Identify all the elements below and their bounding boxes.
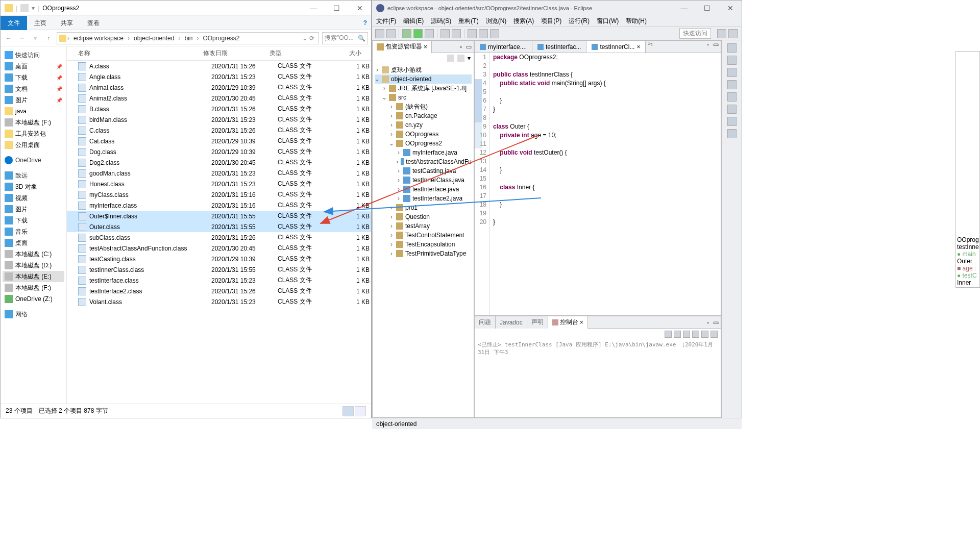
tab-testinterface[interactable]: testInterfac... [532,41,586,53]
tree-src[interactable]: ⌄src [375,93,472,102]
outline-ti[interactable]: testInne [957,243,978,251]
sidebar-edisk[interactable]: 本地磁盘 (E:) [3,271,64,282]
tab-javadoc[interactable]: Javadoc [496,316,527,329]
tb-runlast[interactable] [425,29,434,38]
sidebar-downloads[interactable]: 下载📌 [3,72,64,83]
file-row[interactable]: Volant.class2020/1/31 15:23CLASS 文件1 KB [67,296,371,307]
back-button[interactable]: ← [4,35,14,42]
close-icon[interactable]: × [636,43,640,51]
console-output[interactable]: <已终止> testInnerClass [Java 应用程序] E:\java… [475,340,721,357]
rb-icon[interactable] [727,129,737,138]
tree-tenc[interactable]: ›TestEncapsulation [375,240,472,249]
recent-dropdown[interactable]: ▾ [30,35,40,42]
chevron-icon[interactable]: › [177,35,181,42]
chevron-icon[interactable]: › [66,35,70,42]
file-row[interactable]: testInnerClass.class2020/1/31 15:55CLASS… [67,264,371,275]
outline-main[interactable]: ● main [957,251,978,258]
tb-save[interactable] [386,29,396,38]
rb-icon[interactable] [727,43,737,53]
file-row[interactable]: C.class2020/1/31 15:26CLASS 文件1 KB [67,125,371,136]
tree-tinner[interactable]: ›testInnerClass.java [375,176,472,185]
console-btn[interactable] [710,331,718,338]
tb-newpkg[interactable] [440,29,450,38]
tb-persp-debug[interactable] [728,29,738,38]
tab-decl[interactable]: 声明 [527,316,548,329]
tb-run[interactable] [413,29,423,38]
tree-oop2[interactable]: ⌄OOprogress2 [375,139,472,148]
file-row[interactable]: goodMan.class2020/1/31 15:23CLASS 文件1 KB [67,168,371,179]
file-row[interactable]: Honest.class2020/1/31 15:23CLASS 文件1 KB [67,179,371,189]
search-icon[interactable]: 🔍 [358,35,365,42]
sidebar-java[interactable]: java [3,106,64,117]
menu-search[interactable]: 搜索(A) [513,17,534,26]
maximize-icon[interactable]: ▭ [711,319,721,326]
menu-window[interactable]: 窗口(W) [597,17,619,26]
menu-navigate[interactable]: 浏览(N) [486,17,507,26]
link-icon[interactable] [457,55,464,62]
close-icon[interactable]: × [424,43,427,51]
tree-question[interactable]: ›Question [375,212,472,221]
tree-myif[interactable]: ›myInterface.java [375,148,472,157]
code-editor[interactable]: 1234567891011121314151617181920 package … [475,53,721,315]
forward-button[interactable]: → [17,35,27,42]
pkg-explorer-tab[interactable]: 包资源管理器× [373,41,432,53]
menu-file[interactable]: 文件(F) [376,17,396,26]
file-row[interactable]: Outer$Inner.class2020/1/31 15:55CLASS 文件… [67,211,371,221]
tree-tcast[interactable]: ›testCasting.java [375,166,472,176]
console-btn[interactable] [674,331,681,338]
rb-icon[interactable] [727,80,737,89]
sidebar-desktop2[interactable]: 桌面 [3,237,64,248]
rb-icon[interactable] [727,68,737,77]
sidebar-3d[interactable]: 3D 对象 [3,181,64,192]
file-row[interactable]: birdMan.class2020/1/31 15:23CLASS 文件1 KB [67,114,371,125]
tab-console[interactable]: 控制台× [548,316,588,329]
sidebar-pubdesk[interactable]: 公用桌面 [3,139,64,151]
file-row[interactable]: Outer.class2020/1/31 15:55CLASS 文件1 KB [67,221,371,232]
crumb-2[interactable]: bin [181,35,195,42]
quick-access[interactable]: 快速访问 [3,49,64,61]
rb-icon[interactable] [727,56,737,65]
rb-icon[interactable] [727,117,737,126]
code-text[interactable]: package OOprogress2; public class testIn… [490,53,606,315]
crumb-0[interactable]: eclipse workspace [70,35,127,42]
ribbon-view[interactable]: 查看 [80,16,107,30]
minimize-icon[interactable]: ▫ [705,319,711,326]
sidebar-downloads2[interactable]: 下载 [3,215,64,226]
minimize-icon[interactable]: ▫ [705,41,711,53]
tree-oop[interactable]: ›OOprogress [375,130,472,139]
close-button[interactable]: ✕ [348,1,371,16]
ribbon-file[interactable]: 文件 [1,16,27,30]
outline-to[interactable]: ● testC [957,272,978,279]
up-button[interactable]: ↑ [43,35,54,42]
crumb-3[interactable]: OOprogress2 [200,35,242,42]
sidebar-video[interactable]: 视频 [3,192,64,204]
tree-cnyzy[interactable]: ›cn.yzy [375,120,472,130]
refresh-button[interactable]: ⟳ [307,35,316,42]
quick-access[interactable]: 快速访问 [679,28,711,39]
outline-outer[interactable]: Outer [957,258,978,265]
crumb-1[interactable]: object-oriented [131,35,177,42]
tree-tctrl[interactable]: ›TestControlStatement [375,231,472,240]
help-icon[interactable]: ? [363,19,367,27]
file-row[interactable]: testInterface.class2020/1/31 15:23CLASS … [67,275,371,286]
menu-project[interactable]: 项目(P) [541,17,561,26]
minimize-button[interactable]: — [673,1,696,16]
sidebar-tools[interactable]: 工具安装包 [3,128,64,139]
file-row[interactable]: testCasting.class2020/1/29 10:39CLASS 文件… [67,254,371,264]
tb-search[interactable] [468,29,477,38]
qat-icon[interactable] [20,4,29,12]
file-row[interactable]: B.class2020/1/31 15:26CLASS 文件1 KB [67,104,371,114]
minimize-icon[interactable]: ▫ [458,43,464,51]
file-row[interactable]: myClass.class2020/1/31 15:16CLASS 文件1 KB [67,189,371,200]
col-type[interactable]: 类型 [270,49,326,58]
maximize-icon[interactable]: ▭ [464,43,474,51]
sidebar-ddisk[interactable]: 本地磁盘 (D:) [3,260,64,271]
chevron-icon[interactable]: › [127,35,131,42]
col-name[interactable]: 名称 [78,49,203,58]
console-btn[interactable] [701,331,708,338]
minimize-button[interactable]: — [302,1,325,16]
file-row[interactable]: Animal.class2020/1/29 10:39CLASS 文件1 KB [67,82,371,93]
console-btn[interactable] [683,331,690,338]
tree-jre[interactable]: ›JRE 系统库 [JavaSE-1.8] [375,84,472,93]
tree-cnpkg[interactable]: ›cn.Package [375,111,472,120]
